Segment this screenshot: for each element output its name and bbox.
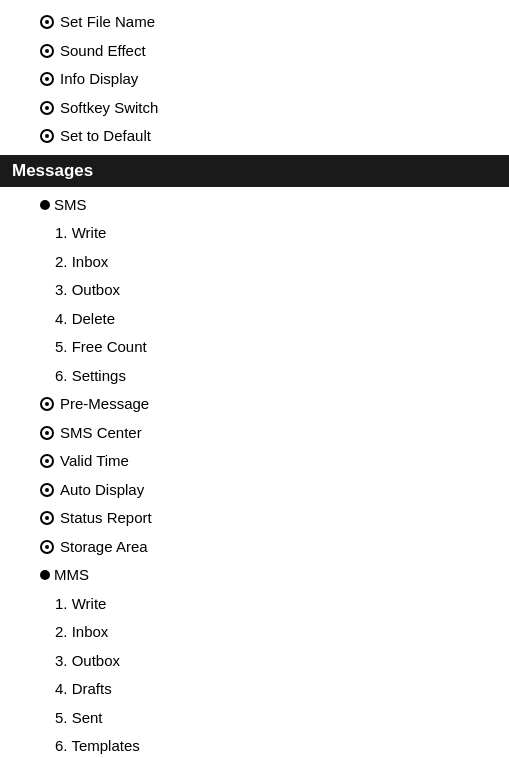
list-item[interactable]: 3. Outbox bbox=[0, 647, 509, 676]
list-item[interactable]: Set to Default bbox=[0, 122, 509, 151]
item-label: SMS Center bbox=[60, 422, 142, 445]
list-item[interactable]: Info Display bbox=[0, 65, 509, 94]
circle-icon bbox=[40, 540, 54, 554]
list-item[interactable]: 2. Inbox bbox=[0, 618, 509, 647]
item-label: 2. Inbox bbox=[55, 623, 108, 640]
item-label: 3. Outbox bbox=[55, 281, 120, 298]
item-label: Set File Name bbox=[60, 11, 155, 34]
sms-label: SMS bbox=[54, 194, 87, 217]
item-label: Status Report bbox=[60, 507, 152, 530]
list-item[interactable]: SMS Center bbox=[0, 419, 509, 448]
circle-icon bbox=[40, 511, 54, 525]
item-label: Auto Display bbox=[60, 479, 144, 502]
item-label: Softkey Switch bbox=[60, 97, 158, 120]
bullet-dot bbox=[40, 200, 50, 210]
list-item[interactable]: Storage Area bbox=[0, 533, 509, 562]
item-label: 3. Outbox bbox=[55, 652, 120, 669]
list-item[interactable]: 5. Free Count bbox=[0, 333, 509, 362]
item-label: 2. Inbox bbox=[55, 253, 108, 270]
sms-header: SMS bbox=[0, 191, 509, 220]
circle-icon bbox=[40, 72, 54, 86]
list-item[interactable]: Pre-Message bbox=[0, 390, 509, 419]
circle-icon bbox=[40, 129, 54, 143]
item-label: Storage Area bbox=[60, 536, 148, 559]
mms-label: MMS bbox=[54, 564, 89, 587]
item-label: 5. Free Count bbox=[55, 338, 147, 355]
item-label: 4. Delete bbox=[55, 310, 115, 327]
list-item[interactable]: 2. Inbox bbox=[0, 248, 509, 277]
list-item[interactable]: 6. Settings bbox=[0, 362, 509, 391]
item-label: 4. Drafts bbox=[55, 680, 112, 697]
list-item[interactable]: 5. Sent bbox=[0, 704, 509, 733]
item-label: Pre-Message bbox=[60, 393, 149, 416]
section-header-messages: Messages bbox=[0, 155, 509, 187]
bullet-dot bbox=[40, 570, 50, 580]
circle-icon bbox=[40, 101, 54, 115]
item-label: 6. Settings bbox=[55, 367, 126, 384]
item-label: Set to Default bbox=[60, 125, 151, 148]
circle-icon bbox=[40, 454, 54, 468]
list-item[interactable]: 4. Delete bbox=[0, 305, 509, 334]
mms-header: MMS bbox=[0, 561, 509, 590]
list-item[interactable]: 4. Drafts bbox=[0, 675, 509, 704]
list-item[interactable]: Auto Display bbox=[0, 476, 509, 505]
circle-icon bbox=[40, 15, 54, 29]
list-item[interactable]: 3. Outbox bbox=[0, 276, 509, 305]
list-item[interactable]: Valid Time bbox=[0, 447, 509, 476]
list-item[interactable]: Status Report bbox=[0, 504, 509, 533]
circle-icon bbox=[40, 44, 54, 58]
circle-icon bbox=[40, 483, 54, 497]
list-item[interactable]: Set File Name bbox=[0, 8, 509, 37]
list-item[interactable]: 6. Templates bbox=[0, 732, 509, 758]
item-label: 1. Write bbox=[55, 595, 106, 612]
circle-icon bbox=[40, 426, 54, 440]
item-label: Valid Time bbox=[60, 450, 129, 473]
list-item[interactable]: Sound Effect bbox=[0, 37, 509, 66]
item-label: 6. Templates bbox=[55, 737, 140, 754]
list-item[interactable]: 1. Write bbox=[0, 219, 509, 248]
item-label: Info Display bbox=[60, 68, 138, 91]
item-label: 5. Sent bbox=[55, 709, 103, 726]
list-item[interactable]: 1. Write bbox=[0, 590, 509, 619]
circle-icon bbox=[40, 397, 54, 411]
item-label: Sound Effect bbox=[60, 40, 146, 63]
menu-list: Set File Name Sound Effect Info Display … bbox=[0, 0, 509, 758]
item-label: 1. Write bbox=[55, 224, 106, 241]
section-header-label: Messages bbox=[12, 161, 93, 180]
list-item[interactable]: Softkey Switch bbox=[0, 94, 509, 123]
